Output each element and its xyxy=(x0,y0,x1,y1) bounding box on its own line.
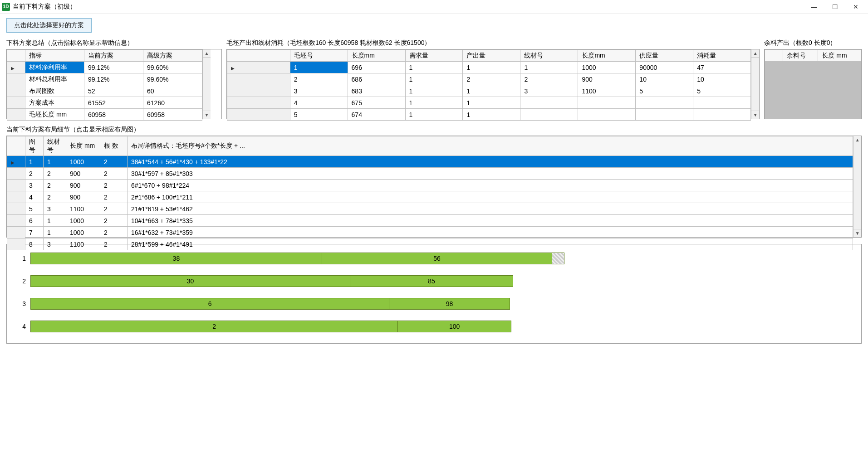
output-cell[interactable]: 1 xyxy=(520,62,578,73)
metric-name[interactable]: 材料总利用率 xyxy=(25,73,84,85)
output-cell[interactable]: 674 xyxy=(348,109,405,121)
current-value[interactable]: 99.12% xyxy=(84,73,143,85)
output-cell[interactable]: 3 xyxy=(290,85,348,97)
output-cell[interactable]: 2 xyxy=(463,73,520,85)
layout-detail[interactable]: 2#1*686 + 100#1*211 xyxy=(128,191,853,203)
layout-mat[interactable]: 3 xyxy=(44,203,66,215)
output-cell[interactable]: 1 xyxy=(405,109,463,121)
row-header[interactable] xyxy=(7,85,25,97)
layout-col[interactable]: 长度 mm xyxy=(66,136,100,156)
summary-table[interactable]: 指标当前方案高级方案 材料净利用率99.12%99.60%材料总利用率99.12… xyxy=(7,49,202,121)
row-header[interactable] xyxy=(7,156,25,168)
maximize-button[interactable]: ☐ xyxy=(824,0,845,14)
output-cell[interactable]: 10 xyxy=(693,73,751,85)
output-cell[interactable] xyxy=(578,97,636,109)
output-cell[interactable] xyxy=(693,97,751,109)
layout-idx[interactable]: 6 xyxy=(25,215,44,227)
layout-col[interactable]: 线材号 xyxy=(44,136,66,156)
metric-name[interactable]: 材料净利用率 xyxy=(25,62,84,73)
output-cell[interactable]: 1 xyxy=(405,85,463,97)
summary-col[interactable]: 当前方案 xyxy=(84,50,143,62)
layout-col[interactable]: 图号 xyxy=(25,136,44,156)
layout-len[interactable]: 1000 xyxy=(66,156,100,168)
output-cell[interactable] xyxy=(578,109,636,121)
output-cell[interactable]: 1 xyxy=(463,109,520,121)
metric-name[interactable]: 毛坯长度 mm xyxy=(25,109,84,121)
output-cell[interactable]: 686 xyxy=(348,73,405,85)
row-header[interactable] xyxy=(7,215,25,227)
layout-col[interactable]: 根 数 xyxy=(100,136,128,156)
row-header[interactable] xyxy=(7,203,25,215)
output-cell[interactable]: 5 xyxy=(693,85,751,97)
output-cell[interactable]: 696 xyxy=(348,62,405,73)
advanced-value[interactable]: 99.60% xyxy=(143,73,202,85)
row-header[interactable] xyxy=(7,109,25,121)
layout-detail[interactable]: 16#1*632 + 73#1*359 xyxy=(128,227,853,238)
row-header[interactable] xyxy=(227,85,290,97)
remnant-col[interactable]: 余料号 xyxy=(783,50,818,62)
layout-qty[interactable]: 2 xyxy=(100,227,128,238)
choose-better-plan-button[interactable]: 点击此处选择更好的方案 xyxy=(6,18,92,33)
layout-idx[interactable]: 2 xyxy=(25,168,44,180)
layout-qty[interactable]: 2 xyxy=(100,191,128,203)
output-col[interactable]: 消耗量 xyxy=(693,50,751,62)
output-cell[interactable]: 5 xyxy=(636,85,693,97)
layout-scrollbar[interactable]: ▲ ▼ xyxy=(853,136,861,237)
row-header[interactable] xyxy=(7,191,25,203)
current-value[interactable]: 99.12% xyxy=(84,62,143,73)
metric-name[interactable]: 布局图数 xyxy=(25,85,84,97)
layout-qty[interactable]: 2 xyxy=(100,215,128,227)
output-cell[interactable]: 1100 xyxy=(578,85,636,97)
current-value[interactable]: 60958 xyxy=(84,109,143,121)
layout-detail[interactable]: 6#1*670 + 98#1*224 xyxy=(128,180,853,191)
layout-len[interactable]: 1100 xyxy=(66,203,100,215)
scroll-up-icon[interactable]: ▲ xyxy=(853,136,861,144)
layout-detail[interactable]: 38#1*544 + 56#1*430 + 133#1*22 xyxy=(128,156,853,168)
layout-mat[interactable]: 1 xyxy=(44,227,66,238)
output-scrollbar[interactable]: ▲ ▼ xyxy=(751,49,759,119)
layout-len[interactable]: 1100 xyxy=(66,238,100,250)
layout-mat[interactable]: 1 xyxy=(44,156,66,168)
layout-detail[interactable]: 21#1*619 + 53#1*462 xyxy=(128,203,853,215)
advanced-value[interactable]: 99.60% xyxy=(143,62,202,73)
output-cell[interactable]: 1 xyxy=(463,85,520,97)
output-col[interactable]: 线材号 xyxy=(520,50,578,62)
row-header[interactable] xyxy=(7,238,25,250)
remnant-col[interactable]: 长度 mm xyxy=(818,50,861,62)
summary-scrollbar[interactable]: ▲ ▼ xyxy=(202,49,211,119)
layout-idx[interactable]: 3 xyxy=(25,180,44,191)
layout-len[interactable]: 1000 xyxy=(66,227,100,238)
output-cell[interactable]: 47 xyxy=(693,62,751,73)
output-cell[interactable]: 1000 xyxy=(578,62,636,73)
metric-name[interactable]: 方案成本 xyxy=(25,97,84,109)
output-cell[interactable]: 1 xyxy=(290,62,348,73)
layout-mat[interactable]: 3 xyxy=(44,238,66,250)
layout-idx[interactable]: 4 xyxy=(25,191,44,203)
layout-qty[interactable]: 2 xyxy=(100,203,128,215)
layout-idx[interactable]: 8 xyxy=(25,238,44,250)
output-cell[interactable]: 2 xyxy=(290,73,348,85)
row-header[interactable] xyxy=(7,62,25,73)
row-header[interactable] xyxy=(7,73,25,85)
output-col[interactable]: 长度mm xyxy=(348,50,405,62)
advanced-value[interactable]: 60 xyxy=(143,85,202,97)
output-cell[interactable] xyxy=(636,109,693,121)
layout-qty[interactable]: 2 xyxy=(100,180,128,191)
layout-table[interactable]: 图号线材号长度 mm根 数布局详情格式：毛坯序号#个数*长度 + ... 111… xyxy=(7,136,853,250)
output-cell[interactable]: 1 xyxy=(405,73,463,85)
summary-col[interactable]: 高级方案 xyxy=(143,50,202,62)
output-table[interactable]: 毛坯号长度mm需求量产出量线材号长度mm供应量消耗量 1696111100090… xyxy=(227,49,751,121)
output-col[interactable]: 长度mm xyxy=(578,50,636,62)
scroll-down-icon[interactable]: ▼ xyxy=(853,229,861,237)
layout-qty[interactable]: 2 xyxy=(100,168,128,180)
output-cell[interactable]: 1 xyxy=(463,97,520,109)
output-cell[interactable]: 900 xyxy=(578,73,636,85)
output-cell[interactable] xyxy=(520,97,578,109)
scroll-down-icon[interactable]: ▼ xyxy=(203,111,211,119)
output-cell[interactable]: 3 xyxy=(520,85,578,97)
row-header[interactable] xyxy=(7,227,25,238)
output-cell[interactable]: 683 xyxy=(348,85,405,97)
current-value[interactable]: 52 xyxy=(84,85,143,97)
row-header[interactable] xyxy=(7,180,25,191)
row-header[interactable] xyxy=(7,168,25,180)
